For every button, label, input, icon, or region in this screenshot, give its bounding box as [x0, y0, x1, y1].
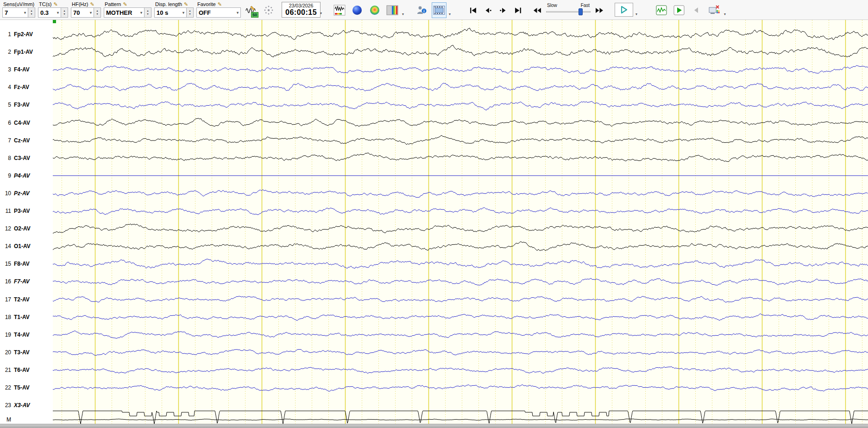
tc-label: TC(s) ✎	[38, 1, 68, 7]
channel-row-11[interactable]: 11P3-AV	[0, 207, 53, 215]
rewind-button[interactable]	[531, 2, 543, 18]
channel-number: 2	[0, 49, 11, 55]
speed-control: Slow Fast	[546, 3, 591, 15]
patient-info-button[interactable]	[414, 2, 429, 18]
disp-length-select[interactable]: 10 s ▾	[154, 7, 187, 18]
chevron-down-icon: ▾	[57, 11, 59, 15]
channel-label: O2-AV	[14, 225, 31, 232]
edit-pencil-icon[interactable]: ✎	[184, 2, 188, 6]
pattern-select[interactable]: MOTHER ▾	[104, 7, 145, 18]
channel-row-17[interactable]: 17T2-AV	[0, 295, 53, 304]
channel-row-16[interactable]: 16F7-AV	[0, 277, 53, 286]
edit-pencil-icon[interactable]: ✎	[54, 2, 58, 6]
speed-slider[interactable]	[546, 8, 591, 15]
channel-row-7[interactable]: 7Cz-AV	[0, 136, 53, 145]
hf-value: 70	[73, 9, 80, 16]
trace-view-button[interactable]	[332, 2, 347, 18]
favorite-value: OFF	[199, 9, 211, 16]
slider-track	[546, 11, 591, 13]
channel-label: T6-AV	[14, 367, 30, 373]
channel-row-1[interactable]: 1Fp2-AV	[0, 30, 53, 38]
channel-row-2[interactable]: 2Fp1-AV	[0, 48, 53, 56]
step-forward-button[interactable]	[497, 2, 509, 18]
video-button[interactable]	[432, 2, 447, 18]
step-back-button[interactable]	[482, 2, 494, 18]
disp-length-control-group: Disp. length ✎ 10 s ▾ ▴ ▾	[154, 1, 194, 18]
spinner-down-icon[interactable]: ▾	[189, 13, 190, 16]
sens-label-text: Sens(uV/mm)	[3, 1, 34, 7]
sens-spinner[interactable]: ▴ ▾	[28, 7, 35, 18]
favorite-select[interactable]: OFF ▾	[196, 7, 241, 18]
tc-spinner[interactable]: ▴ ▾	[61, 7, 68, 18]
pattern-spinner[interactable]: ▴ ▾	[145, 7, 151, 18]
channel-row-14[interactable]: 14O1-AV	[0, 242, 53, 250]
play-menu-arrow[interactable]: ▾	[635, 12, 637, 16]
jump-end-button[interactable]	[512, 2, 524, 18]
hf-select[interactable]: 70 ▾	[71, 7, 94, 18]
spinner-up-icon[interactable]: ▴	[147, 9, 148, 13]
edit-pencil-icon[interactable]: ✎	[90, 2, 94, 6]
tc-select[interactable]: 0.3 ▾	[38, 7, 61, 18]
dsa-view-button[interactable]	[385, 2, 400, 18]
channel-row-6[interactable]: 6C4-AV	[0, 119, 53, 127]
channel-row-10[interactable]: 10Pz-AV	[0, 189, 53, 198]
eeg-trace-canvas[interactable]	[53, 20, 868, 424]
fast-forward-icon	[595, 7, 604, 13]
stim-settings-button[interactable]	[261, 2, 276, 18]
spinner-up-icon[interactable]: ▴	[189, 9, 190, 13]
spinner-up-icon[interactable]: ▴	[96, 9, 98, 13]
pattern-value: MOTHER	[106, 9, 132, 16]
spinner-down-icon[interactable]: ▾	[147, 13, 148, 16]
spinner-down-icon[interactable]: ▾	[31, 13, 32, 16]
hf-spinner[interactable]: ▴ ▾	[94, 7, 101, 18]
spinner-up-icon[interactable]: ▴	[31, 9, 32, 13]
chevron-down-icon: ▾	[182, 11, 184, 15]
hf-control-group: HF(Hz) ✎ 70 ▾ ▴ ▾	[71, 1, 101, 18]
channel-row-3[interactable]: 3F4-AV	[0, 65, 53, 74]
topo-map-button[interactable]	[367, 2, 382, 18]
spinner-up-icon[interactable]: ▴	[63, 9, 65, 13]
datetime-display[interactable]: 23/03/2026 06:00:15	[282, 2, 321, 18]
views-menu-arrow[interactable]: ▾	[402, 12, 404, 16]
monitor-trace-button[interactable]	[654, 2, 669, 18]
channel-row-20[interactable]: 20T3-AV	[0, 348, 53, 357]
channel-row-19[interactable]: 19T4-AV	[0, 331, 53, 339]
filmstrip-icon	[433, 6, 445, 15]
sens-select[interactable]: 7 ▾	[2, 7, 28, 18]
brain-map-button[interactable]	[350, 2, 365, 18]
speed-slider-thumb[interactable]	[579, 8, 583, 15]
channel-row-21[interactable]: 21T6-AV	[0, 366, 53, 374]
notch-filter-button[interactable]: 50	[244, 2, 258, 18]
sens-control-group: Sens(uV/mm) 7 ▾ ▴ ▾	[2, 1, 35, 18]
channel-row-23[interactable]: 23X3-AV	[0, 401, 53, 409]
monitor-play-button[interactable]	[672, 2, 686, 18]
channel-row-18[interactable]: 18T1-AV	[0, 313, 53, 321]
spinner-down-icon[interactable]: ▾	[96, 13, 98, 16]
channel-number: M	[0, 416, 11, 423]
channel-row-9[interactable]: 9P4-AV	[0, 172, 53, 180]
disp-length-spinner[interactable]: ▴ ▾	[187, 7, 194, 18]
edit-pencil-icon[interactable]: ✎	[123, 2, 127, 6]
chevron-down-icon: ▾	[140, 11, 142, 15]
fast-forward-button[interactable]	[593, 2, 605, 18]
channel-row-22[interactable]: 22T5-AV	[0, 383, 53, 392]
edit-pencil-icon[interactable]: ✎	[218, 2, 222, 6]
close-review-button[interactable]	[707, 2, 722, 18]
channel-row-15[interactable]: 15F8-AV	[0, 260, 53, 268]
back-arrow-icon	[692, 6, 701, 14]
channel-row-12[interactable]: 12O2-AV	[0, 224, 53, 233]
channel-number: 20	[0, 349, 11, 356]
datetime-menu-arrow[interactable]: ▾	[320, 11, 322, 15]
skip-to-end-icon	[514, 7, 522, 13]
tools-menu-arrow[interactable]: ▾	[724, 12, 726, 16]
bottom-scrollbar[interactable]	[0, 424, 868, 428]
jump-start-button[interactable]	[467, 2, 479, 18]
back-button[interactable]	[689, 2, 704, 18]
spinner-down-icon[interactable]: ▾	[63, 13, 65, 16]
channel-row-4[interactable]: 4Fz-AV	[0, 83, 53, 91]
video-menu-arrow[interactable]: ▾	[449, 12, 451, 16]
channel-row-8[interactable]: 8C3-AV	[0, 154, 53, 162]
channel-row-5[interactable]: 5F3-AV	[0, 101, 53, 109]
channel-row-M[interactable]: M	[0, 415, 53, 424]
play-button[interactable]	[615, 3, 633, 17]
